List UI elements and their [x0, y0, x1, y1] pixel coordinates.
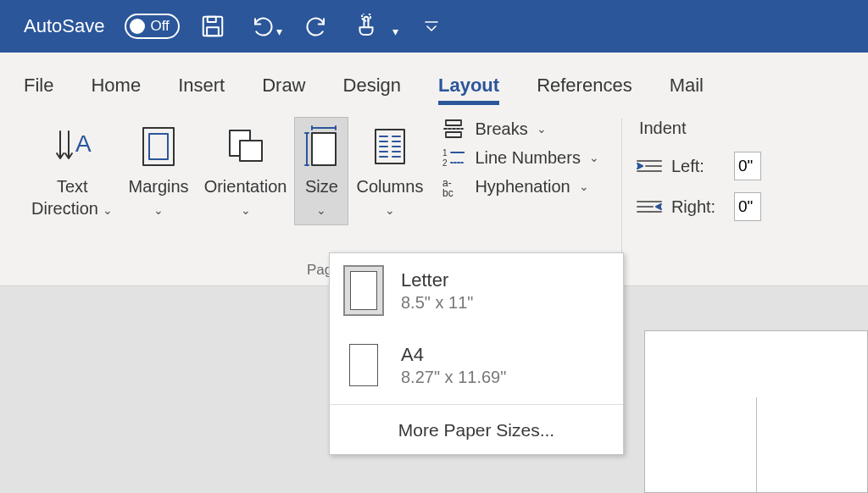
chevron-down-icon: ⌄ — [103, 203, 113, 217]
tab-draw[interactable]: Draw — [262, 75, 305, 108]
customize-qat-icon — [423, 18, 440, 35]
group-paragraph: Indent Left: Right: — [627, 108, 783, 285]
breaks-icon — [442, 119, 465, 139]
orientation-button[interactable]: Orientation⌄ — [197, 117, 295, 225]
tab-mailings[interactable]: Mail — [670, 75, 704, 108]
indent-heading: Indent — [636, 119, 761, 138]
svg-rect-1 — [208, 17, 216, 22]
page-thumb-icon — [343, 340, 384, 391]
chevron-down-icon: ⌄ — [385, 199, 395, 221]
svg-rect-31 — [446, 132, 461, 137]
size-button[interactable]: Size⌄ — [294, 117, 348, 225]
tab-home[interactable]: Home — [91, 75, 141, 108]
text-direction-icon: A — [52, 126, 92, 167]
tab-insert[interactable]: Insert — [178, 75, 225, 108]
redo-button[interactable] — [298, 8, 333, 44]
breaks-button[interactable]: Breaks ⌄ — [441, 119, 599, 139]
touch-dropdown-caret[interactable]: ▾ — [392, 25, 398, 38]
menu-separator — [330, 404, 623, 405]
title-bar: AutoSave Off ▾ ▾ — [0, 0, 868, 53]
tab-references[interactable]: References — [537, 75, 632, 108]
size-option-letter[interactable]: Letter 8.5" x 11" — [330, 253, 623, 328]
svg-rect-30 — [446, 120, 461, 125]
text-direction-button[interactable]: A TextDirection ⌄ — [24, 117, 120, 225]
svg-rect-2 — [207, 27, 219, 36]
autosave-label: AutoSave — [24, 15, 104, 37]
page-thumb-icon — [343, 265, 384, 316]
chevron-down-icon: ⌄ — [241, 199, 251, 221]
tab-layout[interactable]: Layout — [438, 75, 499, 108]
ribbon-tabs: File Home Insert Draw Design Layout Refe… — [0, 53, 868, 108]
indent-right-label: Right: — [671, 197, 726, 217]
margins-button[interactable]: Margins⌄ — [120, 117, 196, 225]
save-icon — [200, 14, 225, 39]
size-option-a4[interactable]: A4 8.27" x 11.69" — [330, 328, 623, 402]
undo-icon — [251, 14, 276, 39]
document-page[interactable] — [644, 330, 868, 493]
group-separator — [621, 119, 622, 255]
indent-left-input[interactable] — [734, 152, 761, 180]
margins-icon — [140, 125, 177, 168]
save-button[interactable] — [195, 8, 231, 44]
indent-left-label: Left: — [671, 157, 726, 176]
chevron-down-icon: ⌄ — [589, 151, 599, 164]
toggle-state-text: Off — [150, 18, 169, 35]
chevron-down-icon: ⌄ — [579, 180, 589, 193]
tab-file[interactable]: File — [24, 75, 53, 108]
columns-button[interactable]: Columns⌄ — [348, 117, 431, 225]
touch-mode-button[interactable] — [348, 8, 384, 44]
svg-rect-9 — [149, 134, 168, 159]
indent-right-icon — [636, 197, 663, 216]
line-numbers-button[interactable]: 12 Line Numbers ⌄ — [441, 147, 599, 168]
chevron-down-icon: ⌄ — [537, 122, 547, 136]
indent-left-icon — [636, 157, 663, 175]
size-dropdown-menu: Letter 8.5" x 11" A4 8.27" x 11.69" More… — [329, 252, 624, 455]
chevron-down-icon: ⌄ — [316, 199, 326, 221]
orientation-icon — [225, 125, 267, 168]
svg-text:bc: bc — [442, 187, 453, 197]
svg-rect-12 — [312, 133, 336, 165]
autosave-toggle[interactable]: Off — [125, 14, 179, 39]
size-icon — [302, 125, 341, 169]
svg-text:1: 1 — [442, 148, 448, 158]
hyphenation-button[interactable]: a-bc Hyphenation ⌄ — [441, 176, 599, 197]
customize-qat-button[interactable] — [414, 8, 449, 44]
columns-icon — [372, 126, 408, 167]
tab-design[interactable]: Design — [343, 75, 401, 108]
more-paper-sizes[interactable]: More Paper Sizes... — [330, 407, 623, 454]
svg-text:A: A — [75, 130, 92, 157]
touch-icon — [353, 14, 379, 39]
indent-right-input[interactable] — [734, 192, 761, 221]
line-numbers-icon: 12 — [442, 147, 465, 168]
svg-rect-11 — [240, 141, 262, 161]
chevron-down-icon: ⌄ — [153, 199, 164, 221]
toggle-knob — [130, 19, 145, 34]
svg-text:2: 2 — [442, 158, 448, 168]
redo-icon — [303, 14, 328, 39]
column-rule — [756, 397, 757, 493]
undo-dropdown-caret[interactable]: ▾ — [276, 25, 282, 38]
hyphenation-icon: a-bc — [442, 176, 465, 197]
